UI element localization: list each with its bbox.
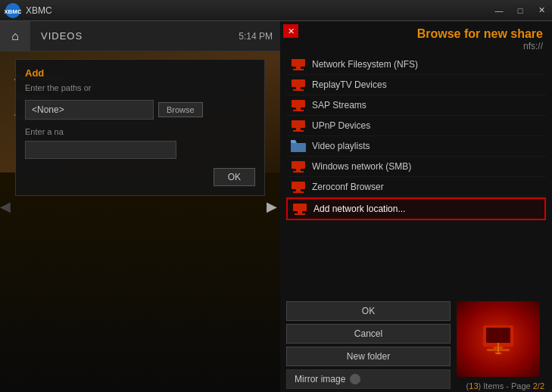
mirror-image-label: Mirror image [295,374,345,384]
dialog-ok-button[interactable]: OK [214,168,255,186]
svg-marker-15 [291,140,297,143]
right-panel: ✕ Browse for new share nfs:// Network Fi… [280,21,552,392]
add-videos-dialog-title: Add [25,67,255,79]
network-drive-icon [479,324,517,354]
item-count: 13 [469,381,478,390]
nfs-icon [291,58,306,70]
svg-rect-20 [296,189,301,191]
svg-marker-30 [494,353,502,354]
minimize-button[interactable]: — [488,0,510,21]
right-panel-close-button[interactable]: ✕ [283,24,298,38]
list-item-label: Add network location... [313,204,405,214]
browse-path: nfs:// [289,41,543,51]
list-item[interactable]: Video playlists [286,136,546,157]
app-title: XBMC [26,5,52,16]
add-network-location-item[interactable]: Add network location... [286,198,546,220]
browse-button[interactable]: Browse [158,102,203,117]
list-item-label: Network Filesystem (NFS) [312,59,418,70]
svg-text:XBMC: XBMC [5,8,21,15]
sidebar-header: ⌂ VIDEOS 5:14 PM [0,21,280,51]
svg-rect-23 [298,211,302,213]
svg-rect-2 [292,59,305,67]
svg-rect-11 [292,120,305,128]
svg-rect-19 [292,182,305,189]
svg-rect-4 [293,69,304,70]
zeroconf-icon [291,181,306,193]
svg-rect-21 [293,191,304,193]
add-videos-subtitle: Enter the paths or [25,83,255,92]
list-item-label: ReplayTV Devices [312,79,387,90]
page-total: 2 [540,381,544,390]
svg-rect-10 [293,110,304,111]
list-item-label: Video playlists [312,141,370,151]
path-row: Browse [25,100,255,120]
status-text: Items - Page [483,381,530,390]
svg-rect-6 [296,87,301,89]
list-item[interactable]: Zeroconf Browser [286,177,546,198]
replaytv-icon [291,79,306,91]
name-input[interactable] [25,141,176,159]
window-close-button[interactable]: ✕ [531,0,552,21]
list-item[interactable]: UPnP Devices [286,116,546,136]
add-videos-dialog: Add Enter the paths or Browse Enter a na… [15,59,265,196]
upnp-icon [291,120,306,132]
cancel-button[interactable]: Cancel [286,324,451,344]
ok-button[interactable]: OK [286,301,451,321]
sap-icon [291,99,306,111]
svg-rect-13 [293,130,304,132]
network-list: Network Filesystem (NFS) ReplayTV Device… [280,54,552,298]
titlebar-controls: — □ ✕ [488,0,552,21]
mirror-image-icon [350,374,360,384]
home-icon[interactable]: ⌂ [0,21,30,51]
browse-title: Browse for new share [289,27,543,41]
new-folder-button[interactable]: New folder [286,347,451,366]
svg-rect-3 [296,67,301,69]
list-item-label: Windows network (SMB) [312,161,411,172]
svg-rect-18 [293,171,304,173]
svg-rect-7 [293,89,304,91]
list-item-label: UPnP Devices [312,120,370,131]
svg-rect-22 [293,204,307,211]
browse-header: Browse for new share nfs:// [280,21,552,54]
list-item[interactable]: Network Filesystem (NFS) [286,54,546,75]
status-bar: (13) Items - Page 2/2 [459,380,552,392]
right-scroll-arrow-icon[interactable]: ▶ [267,198,277,215]
network-thumbnail [457,301,540,377]
path-input[interactable] [25,100,154,120]
clock-display: 5:14 PM [239,31,280,42]
mirror-image-row[interactable]: Mirror image [286,369,451,389]
list-item-label: SAP Streams [312,100,366,110]
svg-rect-16 [292,161,305,169]
sidebar: ⌂ VIDEOS 5:14 PM Add Videos... Playlists… [0,21,280,392]
page-current: 2 [533,381,538,390]
svg-rect-5 [292,79,305,87]
titlebar: XBMC XBMC — □ ✕ [0,0,552,21]
add-network-icon [292,203,307,215]
list-item-label: Zeroconf Browser [312,182,384,192]
svg-rect-26 [486,328,510,343]
svg-rect-17 [296,169,301,171]
main-content: ⌂ VIDEOS 5:14 PM Add Videos... Playlists… [0,21,552,392]
name-field-label: Enter a na [25,127,255,136]
video-playlists-icon [291,140,306,152]
xbmc-logo-icon: XBMC [5,2,21,19]
list-item[interactable]: SAP Streams [286,95,546,116]
svg-rect-12 [296,128,301,130]
svg-rect-8 [292,100,305,107]
titlebar-left: XBMC XBMC [0,2,52,19]
svg-rect-24 [295,213,305,215]
list-item[interactable]: ReplayTV Devices [286,75,546,95]
left-scroll-arrow-icon[interactable]: ◀ [0,198,11,215]
videos-section-label: VIDEOS [30,30,83,42]
smb-icon [291,160,306,173]
maximize-button[interactable]: □ [510,0,531,21]
svg-rect-9 [296,107,301,110]
list-item[interactable]: Windows network (SMB) [286,157,546,177]
svg-rect-14 [291,143,306,152]
